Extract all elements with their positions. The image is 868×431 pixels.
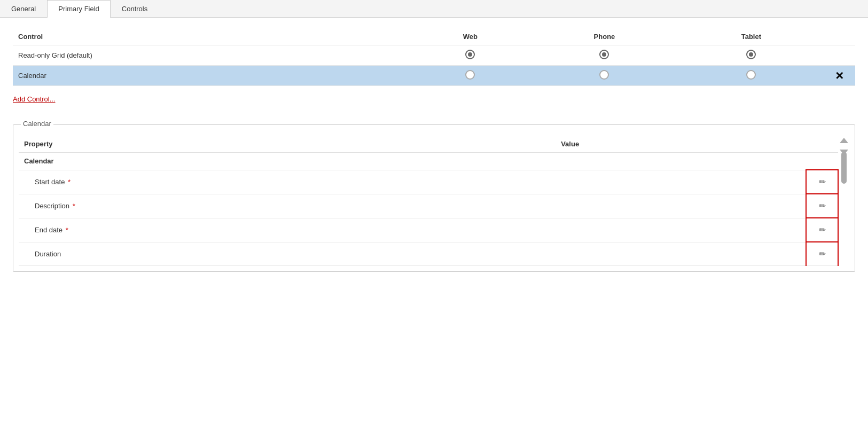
prop-label: Duration (19, 242, 556, 266)
delete-cell[interactable]: ✕ (823, 66, 855, 86)
calendar-section-label: Calendar (21, 120, 53, 128)
pencil-icon: ✏ (819, 249, 826, 259)
prop-value (556, 170, 806, 194)
required-star: * (73, 202, 75, 210)
pencil-icon: ✏ (819, 201, 826, 211)
right-scrollbar (839, 136, 849, 156)
col-tablet: Tablet (679, 28, 823, 45)
properties-table: Property Value Calendar St (19, 136, 839, 266)
tab-controls[interactable]: Controls (111, 0, 159, 17)
prop-value (556, 242, 806, 266)
edit-button-start-date[interactable]: ✏ (812, 175, 832, 189)
col-phone: Phone (529, 28, 679, 45)
prop-value (556, 194, 806, 218)
control-name: Calendar (13, 66, 411, 86)
control-name: Read-only Grid (default) (13, 45, 411, 66)
web-radio-filled[interactable] (411, 45, 529, 66)
scroll-thumb (841, 152, 847, 184)
prop-value (556, 218, 806, 242)
tablet-radio-empty[interactable] (679, 66, 823, 86)
delete-button[interactable]: ✕ (835, 70, 844, 81)
col-web: Web (411, 28, 529, 45)
radio-filled-icon[interactable] (599, 50, 609, 59)
phone-radio-empty[interactable] (529, 66, 679, 86)
prop-row-duration: Duration ✏ (19, 242, 838, 266)
pencil-icon: ✏ (819, 225, 826, 235)
col-edit (806, 136, 838, 153)
radio-filled-icon[interactable] (465, 50, 475, 59)
edit-button-duration[interactable]: ✏ (812, 247, 832, 261)
col-property: Property (19, 136, 556, 153)
prop-label: Start date * (19, 170, 556, 194)
edit-cell-description: ✏ (806, 194, 838, 218)
main-content: Control Web Phone Tablet Read-only Grid … (0, 18, 868, 283)
radio-filled-icon[interactable] (746, 50, 756, 59)
tab-general[interactable]: General (0, 0, 47, 17)
radio-empty-icon[interactable] (465, 70, 475, 80)
edit-button-end-date[interactable]: ✏ (812, 223, 832, 237)
tablet-radio-filled[interactable] (679, 45, 823, 66)
scroll-up-button[interactable] (839, 137, 849, 144)
table-row: Calendar ✕ (13, 66, 855, 86)
prop-row-description: Description * ✏ (19, 194, 838, 218)
arrow-up-icon (840, 138, 848, 143)
phone-radio-filled[interactable] (529, 45, 679, 66)
group-label: Calendar (19, 153, 838, 170)
col-value: Value (556, 136, 806, 153)
group-row-calendar: Calendar (19, 153, 838, 170)
edit-cell-duration: ✏ (806, 242, 838, 266)
edit-button-description[interactable]: ✏ (812, 199, 832, 213)
web-radio-empty[interactable] (411, 66, 529, 86)
prop-label: End date * (19, 218, 556, 242)
col-control: Control (13, 28, 411, 45)
calendar-section: Calendar Property Value Calendar (13, 124, 855, 272)
add-control-link[interactable]: Add Control... (13, 95, 56, 103)
prop-row-start-date: Start date * ✏ (19, 170, 838, 194)
controls-table: Control Web Phone Tablet Read-only Grid … (13, 28, 855, 86)
radio-empty-icon[interactable] (599, 70, 609, 80)
radio-empty-icon[interactable] (746, 70, 756, 80)
tab-bar: General Primary Field Controls (0, 0, 868, 18)
tab-primary-field[interactable]: Primary Field (47, 0, 111, 18)
edit-cell-start-date: ✏ (806, 170, 838, 194)
prop-label: Description * (19, 194, 556, 218)
table-row: Read-only Grid (default) (13, 45, 855, 66)
pencil-icon: ✏ (819, 177, 826, 187)
edit-cell-end-date: ✏ (806, 218, 838, 242)
required-star: * (68, 178, 71, 186)
required-star: * (66, 226, 68, 234)
prop-row-end-date: End date * ✏ (19, 218, 838, 242)
